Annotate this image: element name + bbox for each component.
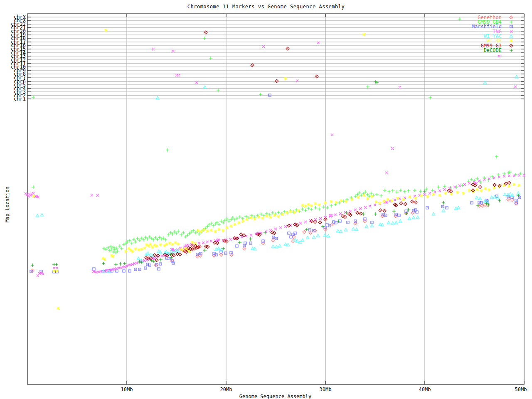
x-tick-label: 40Mb (419, 387, 431, 392)
legend-marker-genethon-icon (510, 16, 513, 19)
x-tick-label: 10Mb (121, 387, 133, 392)
chromosome-label: chr1 (14, 96, 26, 102)
legend-marker-wi-rh-icon (510, 39, 513, 42)
x-tick-label: 50Mb (515, 387, 527, 392)
series-tng (25, 42, 525, 277)
legend-marker-gm99-g3-icon (510, 44, 513, 47)
legend-marker-tng-icon (510, 30, 512, 33)
plot-frame (27, 14, 524, 384)
series-marshfield (30, 94, 521, 273)
x-tick-label: 30Mb (320, 387, 332, 392)
legend-label-decode: DeCODE (484, 47, 502, 53)
plot-screenshot: Chromosome 11 Markers vs Genome Sequence… (0, 0, 532, 399)
legend-marker-gm99-gb4-icon (510, 20, 513, 24)
series-gm99-g3 (145, 31, 511, 262)
scatter-plot-canvas: chrYchrXchr22chr21chr20chr19chr18chr17ch… (0, 0, 532, 399)
series-wi-yac (36, 75, 520, 273)
series-wi-rh (32, 29, 521, 310)
x-tick-label: 20Mb (220, 387, 232, 392)
